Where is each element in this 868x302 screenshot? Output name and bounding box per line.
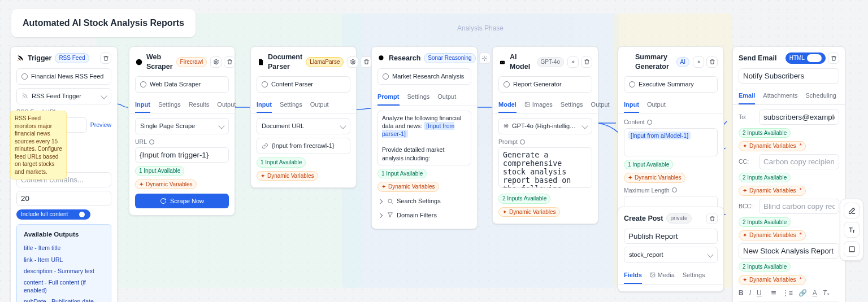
limit-input[interactable] bbox=[16, 191, 111, 206]
delete-button[interactable] bbox=[361, 56, 372, 68]
tab-settings[interactable]: Settings bbox=[407, 89, 430, 106]
settings-button[interactable] bbox=[693, 56, 704, 68]
tab-output[interactable]: Output bbox=[217, 97, 236, 113]
tab-scheduling[interactable]: Scheduling bbox=[806, 88, 836, 104]
rich-text-toolbar[interactable]: B I U ≣ ⋮≡ 🔗 A Tₓ bbox=[739, 288, 839, 301]
settings-button[interactable] bbox=[479, 52, 491, 64]
list-button[interactable]: ≣ bbox=[771, 288, 776, 297]
dyn-vars-chip[interactable]: ✦Dynamic Variables bbox=[257, 171, 318, 181]
tab-settings[interactable]: Settings bbox=[158, 97, 181, 113]
mode-select[interactable]: Single Page Scrape bbox=[135, 118, 229, 134]
settings-button[interactable] bbox=[567, 56, 579, 68]
tab-media[interactable]: Media bbox=[650, 268, 675, 284]
node-research[interactable]: Research Sonar Reasoning Market Research… bbox=[371, 46, 478, 229]
italic-button[interactable]: I bbox=[749, 288, 751, 297]
include-content-toggle[interactable]: Include full content bbox=[16, 209, 90, 220]
node-send-email[interactable]: Send Email HTML Email Attachments Schedu… bbox=[732, 46, 845, 302]
inputs-chip[interactable]: 2 Inputs Available bbox=[739, 173, 791, 183]
url-input[interactable] bbox=[135, 147, 229, 163]
inputs-chip[interactable]: 1 Input Available bbox=[257, 157, 306, 168]
ol-button[interactable]: ⋮≡ bbox=[782, 288, 793, 297]
dyn-vars-chip[interactable]: ✦Dynamic Variables* bbox=[739, 275, 806, 285]
delete-button[interactable] bbox=[224, 56, 235, 68]
node-web-scraper[interactable]: Web Scraper Firecrawl Web Data Scraper I… bbox=[129, 46, 235, 216]
tab-output[interactable]: Output bbox=[437, 89, 456, 106]
settings-button[interactable] bbox=[210, 56, 222, 68]
name-field[interactable]: Web Data Scraper bbox=[135, 76, 229, 93]
sticky-note[interactable]: RSS Feed monitors major financial news s… bbox=[10, 111, 67, 180]
tab-images[interactable]: Images bbox=[524, 97, 553, 113]
prompt-textarea[interactable]: Analyze the following financial data and… bbox=[377, 111, 471, 165]
name-field[interactable]: Content Parser bbox=[257, 76, 350, 93]
dyn-vars-chip[interactable]: ✦Dynamic Variables bbox=[498, 207, 560, 217]
tab-settings[interactable]: Settings bbox=[683, 268, 705, 284]
name-field[interactable]: Financial News RSS Feed bbox=[16, 68, 111, 85]
post-name-input[interactable] bbox=[624, 229, 718, 244]
bold-button[interactable]: B bbox=[739, 288, 744, 297]
dyn-vars-chip[interactable]: ✦Dynamic Variables* bbox=[739, 230, 806, 240]
trigger-type-select[interactable]: RSS Feed Trigger bbox=[16, 88, 111, 104]
preview-link[interactable]: Preview bbox=[90, 121, 111, 129]
inputs-chip[interactable]: 2 Inputs Available bbox=[739, 128, 791, 138]
clear-button[interactable]: Tₓ bbox=[823, 288, 830, 297]
tab-output[interactable]: Output bbox=[591, 97, 610, 113]
inputs-chip[interactable]: 2 Inputs Available bbox=[739, 262, 791, 272]
tab-input[interactable]: Input bbox=[257, 97, 272, 113]
tab-fields[interactable]: Fields bbox=[624, 268, 642, 284]
acc-domain-filters[interactable]: Domain Filters bbox=[377, 208, 471, 222]
edit-button[interactable] bbox=[844, 203, 860, 218]
email-name-input[interactable] bbox=[739, 68, 839, 84]
delete-button[interactable] bbox=[828, 52, 839, 64]
tab-input[interactable]: Input bbox=[135, 97, 150, 113]
scrape-now-button[interactable]: Scrape Now bbox=[135, 194, 229, 208]
color-button[interactable]: A bbox=[813, 288, 817, 297]
tab-email[interactable]: Email bbox=[739, 88, 755, 104]
to-input[interactable] bbox=[759, 110, 839, 125]
tab-results[interactable]: Results bbox=[189, 97, 210, 113]
delete-button[interactable] bbox=[581, 56, 592, 68]
name-field[interactable]: Executive Summary bbox=[624, 76, 718, 93]
settings-button[interactable] bbox=[347, 56, 358, 68]
delete-button[interactable] bbox=[706, 213, 718, 224]
name-field[interactable]: Report Generator bbox=[498, 76, 592, 93]
content-textarea[interactable]: [Input from aiModel-1] bbox=[624, 128, 718, 156]
subject-input[interactable] bbox=[739, 243, 839, 259]
node-create-post[interactable]: Create Post private stock_report Fields … bbox=[618, 207, 724, 292]
tab-output[interactable]: Output bbox=[647, 97, 666, 113]
mode-select[interactable]: Document URL bbox=[257, 118, 350, 134]
tab-settings[interactable]: Settings bbox=[561, 97, 583, 113]
dyn-vars-chip[interactable]: ✦Dynamic Variables bbox=[377, 182, 439, 192]
inputs-chip[interactable]: 2 Inputs Available bbox=[498, 194, 550, 204]
tab-output[interactable]: Output bbox=[310, 97, 329, 113]
dyn-vars-chip[interactable]: ✦Dynamic Variables bbox=[135, 180, 197, 190]
text-tool-button[interactable] bbox=[844, 222, 860, 238]
inputs-chip[interactable]: 2 Inputs Available bbox=[739, 217, 791, 227]
dyn-vars-chip[interactable]: ✦Dynamic Variables* bbox=[739, 141, 806, 151]
tab-model[interactable]: Model bbox=[498, 97, 517, 113]
prompt-textarea[interactable]: Generate a comprehensive stock analysis … bbox=[498, 147, 592, 188]
tab-prompt[interactable]: Prompt bbox=[377, 89, 400, 106]
link-button[interactable]: 🔗 bbox=[798, 288, 807, 297]
html-toggle[interactable]: HTML bbox=[785, 52, 826, 64]
node-document-parser[interactable]: Document Parser LlamaParse Content Parse… bbox=[250, 46, 357, 188]
inputs-chip[interactable]: 1 Input Available bbox=[135, 166, 184, 176]
url-value[interactable]: {Input from firecrawl-1} bbox=[257, 138, 350, 154]
tab-input[interactable]: Input bbox=[624, 97, 639, 113]
delete-button[interactable] bbox=[706, 56, 718, 68]
post-type-select[interactable]: stock_report bbox=[624, 247, 718, 263]
bcc-input[interactable] bbox=[759, 199, 839, 214]
tab-settings[interactable]: Settings bbox=[280, 97, 302, 113]
dyn-vars-chip[interactable]: ✦Dynamic Variables* bbox=[739, 186, 806, 196]
node-summary-generator[interactable]: Summary Generator AI Executive Summary I… bbox=[618, 46, 724, 218]
acc-search-settings[interactable]: Search Settings bbox=[377, 194, 471, 208]
cc-input[interactable] bbox=[759, 154, 839, 169]
shape-button[interactable] bbox=[844, 241, 860, 257]
inputs-chip[interactable]: 1 Input Available bbox=[624, 160, 673, 170]
inputs-chip[interactable]: 1 Input Available bbox=[377, 169, 427, 179]
delete-button[interactable] bbox=[100, 52, 111, 64]
node-ai-model[interactable]: AI Model GPT-4o Report Generator Model I… bbox=[492, 46, 598, 224]
model-select[interactable]: ❋GPT-4o (High-intelligence flagship mode… bbox=[498, 118, 592, 134]
underline-button[interactable]: U bbox=[757, 288, 762, 297]
name-field[interactable]: Market Research Analysis bbox=[377, 68, 471, 85]
dyn-vars-chip[interactable]: ✦Dynamic Variables bbox=[624, 173, 685, 183]
